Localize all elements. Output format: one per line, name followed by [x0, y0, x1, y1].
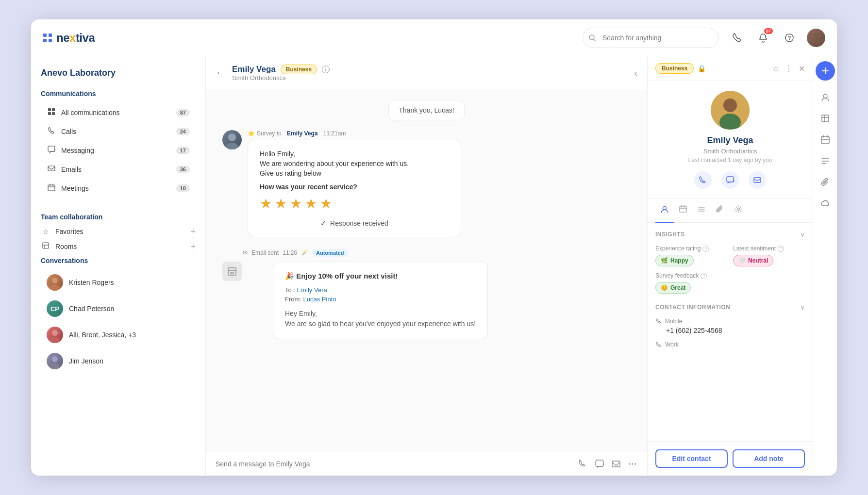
rs-list-button[interactable] [816, 151, 835, 171]
sidebar-item-favorites[interactable]: ☆ Favorites [41, 228, 190, 235]
more-options-button[interactable] [628, 459, 637, 469]
group-avatar-img [47, 327, 63, 343]
contact-info-header: CONTACT INFORMATION ∨ [655, 303, 805, 311]
conv-name-group: Alli, Brent, Jessica, +3 [69, 331, 136, 339]
mobile-icon [655, 318, 662, 325]
all-comms-badge: 87 [176, 109, 190, 116]
svg-text:?: ? [788, 35, 791, 41]
notifications-button[interactable]: 87 [754, 29, 772, 47]
business-tag: Business [281, 65, 317, 74]
communications-title: Communications [41, 90, 196, 98]
emails-badge: 36 [176, 165, 190, 173]
search-bar[interactable] [583, 28, 718, 48]
sidebar-item-all-communications[interactable]: All communications 87 [41, 103, 196, 121]
email-input-button[interactable] [611, 459, 621, 469]
conv-jim-jenson[interactable]: Jim Jenson [41, 349, 196, 373]
rp-tab-list[interactable] [692, 199, 711, 222]
calls-label: Calls [61, 128, 176, 135]
rp-close-button[interactable]: ✕ [799, 64, 805, 73]
chat-contact-name: Emily Vega Business i [232, 65, 634, 74]
add-rooms-button[interactable]: + [190, 242, 196, 252]
rs-profile-button[interactable] [816, 87, 835, 107]
rp-star-button[interactable]: ☆ [772, 64, 779, 73]
msg-thank-you: Thank you, Lucas! [217, 100, 635, 120]
rs-attachment-button[interactable] [816, 173, 835, 192]
chat-contact-sub: Smith Orthodontics [232, 74, 634, 82]
info-icon[interactable]: i [322, 66, 330, 73]
user-avatar[interactable] [807, 29, 825, 47]
conv-avatar-group [47, 327, 63, 343]
bubble-icon [595, 459, 604, 469]
rs-cloud-icon [820, 199, 830, 209]
conv-kristen-rogers[interactable]: Kristen Rogers [41, 270, 196, 295]
edit-contact-button[interactable]: Edit contact [655, 449, 728, 468]
rp-phone-button[interactable] [694, 171, 712, 189]
sidebar-item-meetings[interactable]: Meetings 10 [41, 179, 196, 197]
rp-footer-buttons: Edit contact Add note [648, 441, 813, 476]
sidebar-item-rooms[interactable]: Rooms [41, 242, 190, 250]
rp-more-button[interactable]: ⋮ [785, 64, 793, 73]
message-input[interactable] [216, 460, 572, 468]
conv-avatar-jim [47, 353, 63, 369]
add-note-button[interactable]: Add note [733, 449, 805, 468]
right-sidebar [813, 56, 837, 476]
email-row: 🎉 Enjoy 10% off your next visit! To : Em… [217, 262, 635, 339]
call-input-button[interactable] [578, 459, 588, 469]
calls-icon [47, 127, 56, 136]
help-button[interactable]: ? [781, 29, 798, 47]
search-input[interactable] [583, 28, 718, 48]
rs-attachment-icon [820, 178, 830, 187]
rp-last-contact: Last contacted 1 day ago by you [688, 157, 772, 164]
survey-body2: Give us rating below [260, 169, 449, 177]
svg-point-28 [635, 463, 636, 465]
sidebar-item-calls[interactable]: Calls 24 [41, 122, 196, 140]
ellipsis-icon [628, 459, 637, 469]
experience-help-icon[interactable]: ? [702, 246, 709, 252]
automated-tag: Automated [312, 249, 348, 257]
survey-help-icon[interactable]: ? [701, 273, 707, 279]
sidebar-item-messaging[interactable]: Messaging 17 [41, 141, 196, 159]
collapse-panel-button[interactable]: ‹ [634, 67, 637, 79]
conv-chad-peterson[interactable]: CP Chad Peterson [41, 297, 196, 321]
rp-email-button[interactable] [749, 171, 766, 189]
add-favorites-button[interactable]: + [190, 227, 196, 237]
svg-rect-38 [822, 115, 829, 122]
rp-chat-button[interactable] [721, 171, 739, 189]
rp-tab-settings[interactable] [729, 199, 748, 222]
back-button[interactable]: ← [216, 68, 224, 78]
star-5: ★ [320, 196, 332, 212]
star-1: ★ [260, 196, 272, 212]
all-comms-icon [47, 108, 56, 117]
survey-stars: ★ ★ ★ ★ ★ [260, 196, 449, 212]
rs-calendar-button[interactable] [816, 130, 835, 149]
chat-area: ← Emily Vega Business i Smith Orthodonti… [206, 56, 648, 476]
experience-rating: Experience rating ? 🌿 Happy [655, 245, 727, 266]
survey-avatar [222, 130, 242, 149]
svg-rect-12 [48, 166, 55, 171]
check-icon: ✓ [320, 219, 326, 227]
sidebar-item-emails[interactable]: Emails 36 [41, 160, 196, 178]
insights-title: INSIGHTS [655, 231, 685, 238]
experience-label: Experience rating ? [655, 245, 727, 252]
rs-building-button[interactable] [816, 109, 835, 128]
rp-tab-attach[interactable] [711, 199, 729, 222]
sentiment-help-icon[interactable]: ? [778, 246, 784, 252]
rp-tab-profile[interactable] [655, 199, 674, 223]
conv-group[interactable]: Alli, Brent, Jessica, +3 [41, 323, 196, 347]
rs-cloud-button[interactable] [816, 194, 835, 214]
conv-avatar-kristen [47, 274, 63, 291]
survey-feedback-label: Survey feedback ? [655, 272, 805, 279]
svg-point-22 [226, 143, 238, 149]
add-action-button[interactable] [816, 61, 835, 81]
conv-name-jim: Jim Jenson [69, 357, 103, 365]
survey-feedback: Survey feedback ? 😊 Great [655, 272, 805, 294]
phone-button[interactable] [728, 29, 746, 47]
insights-chevron[interactable]: ∨ [800, 231, 805, 238]
company-name: Anevo Laboratory [41, 68, 196, 78]
contact-info-chevron[interactable]: ∨ [800, 303, 805, 311]
rooms-label: Rooms [55, 243, 190, 250]
conv-name-chad: Chad Peterson [69, 305, 114, 313]
building-icon [227, 266, 237, 277]
chat-bubble-button[interactable] [595, 459, 604, 469]
rp-tab-calendar[interactable] [674, 199, 692, 222]
